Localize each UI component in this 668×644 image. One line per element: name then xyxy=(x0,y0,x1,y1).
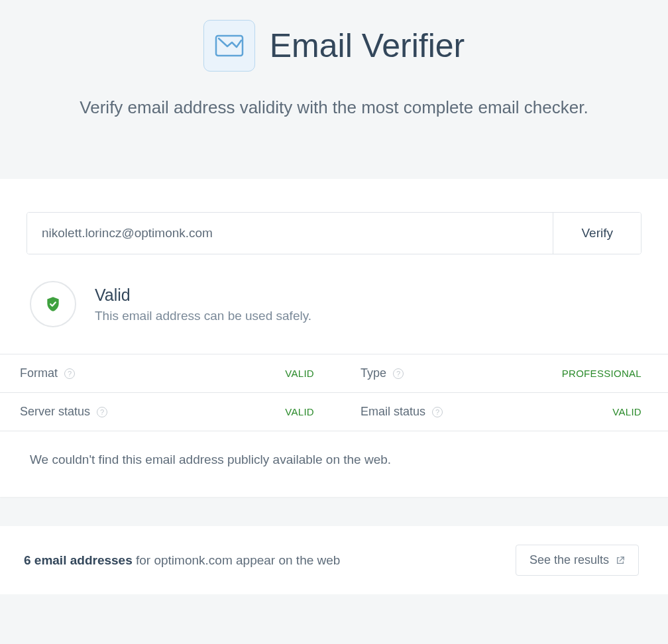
email-input[interactable] xyxy=(27,213,553,254)
status-badge xyxy=(30,281,76,327)
detail-type-value: PROFESSIONAL xyxy=(562,368,641,379)
detail-server: Server status ? VALID xyxy=(0,393,334,431)
detail-server-value: VALID xyxy=(285,406,314,417)
detail-format-label: Format xyxy=(20,366,58,380)
status-desc: This email address can be used safely. xyxy=(95,309,311,323)
footer-bar: 6 email addresses for optimonk.com appea… xyxy=(0,526,668,594)
external-link-icon xyxy=(616,556,625,565)
verify-button[interactable]: Verify xyxy=(553,213,641,254)
help-icon[interactable]: ? xyxy=(393,368,404,379)
email-check-icon xyxy=(203,20,255,72)
not-found-text: We couldn't find this email address publ… xyxy=(0,431,668,497)
detail-format-value: VALID xyxy=(285,368,314,379)
detail-email-value: VALID xyxy=(612,406,641,417)
page-subtitle: Verify email address validity with the m… xyxy=(62,95,606,119)
verifier-card: Verify Valid This email address can be u… xyxy=(0,179,668,497)
page-title: Email Verifier xyxy=(270,27,465,65)
status-title: Valid xyxy=(95,286,311,305)
see-results-button[interactable]: See the results xyxy=(516,545,639,576)
footer-text: 6 email addresses for optimonk.com appea… xyxy=(24,553,340,568)
detail-type: Type ? PROFESSIONAL xyxy=(334,354,668,393)
detail-email-label: Email status xyxy=(361,405,425,419)
detail-format: Format ? VALID xyxy=(0,354,334,393)
detail-server-label: Server status xyxy=(20,405,90,419)
footer-rest: for optimonk.com appear on the web xyxy=(133,553,341,567)
see-results-label: See the results xyxy=(529,553,609,567)
help-icon[interactable]: ? xyxy=(97,407,107,417)
help-icon[interactable]: ? xyxy=(64,368,75,379)
detail-type-label: Type xyxy=(361,366,386,380)
detail-email: Email status ? VALID xyxy=(334,393,668,431)
footer-count: 6 email addresses xyxy=(24,553,133,567)
shield-check-icon xyxy=(44,295,62,313)
help-icon[interactable]: ? xyxy=(432,407,443,417)
